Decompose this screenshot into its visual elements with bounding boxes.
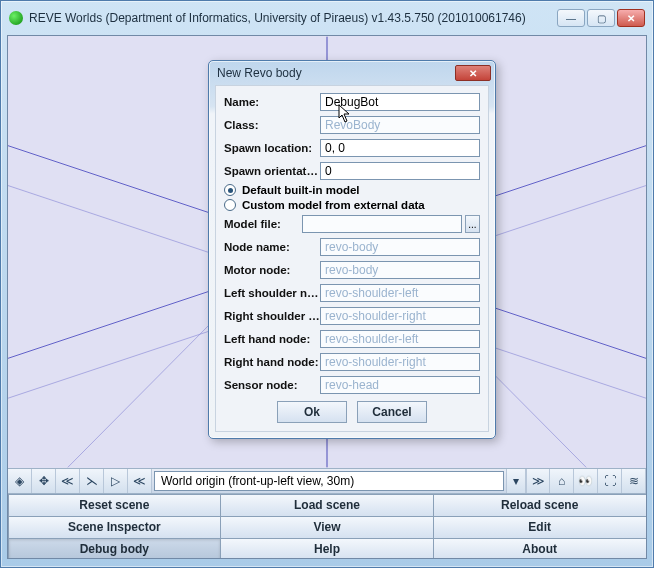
radio-custom-model[interactable]: Custom model from external data (224, 199, 480, 211)
reset-scene-button[interactable]: Reset scene (8, 494, 222, 517)
radio-default-model[interactable]: Default built-in model (224, 184, 480, 196)
left-hand-field (320, 330, 480, 348)
left-shoulder-field (320, 284, 480, 302)
name-field[interactable] (320, 93, 480, 111)
spawn-location-field[interactable] (320, 139, 480, 157)
motor-node-field (320, 261, 480, 279)
back-icon[interactable]: ≪ (56, 469, 80, 493)
radio-default-dot[interactable] (224, 184, 236, 196)
class-field (320, 116, 480, 134)
spawn-orientation-field[interactable] (320, 162, 480, 180)
new-revo-body-dialog: New Revo body ✕ Name: Class: Spawn locat… (208, 60, 496, 439)
app-icon (9, 11, 23, 25)
name-label: Name: (224, 96, 320, 108)
play-icon[interactable]: ▷ (104, 469, 128, 493)
scene-inspector-button[interactable]: Scene Inspector (8, 516, 222, 539)
left-shoulder-label: Left shoulder no... (224, 287, 320, 299)
spawn-location-label: Spawn location: (224, 142, 320, 154)
view-description-input[interactable] (154, 471, 504, 491)
client-area: ◈ ✥ ≪ ⋋ ▷ ≪ ▾ ≫ ⌂ 👀 ⛶ ≋ Reset scene Load… (7, 35, 647, 559)
radio-custom-label: Custom model from external data (242, 199, 425, 211)
prev-icon[interactable]: ≪ (128, 469, 152, 493)
move-icon[interactable]: ✥ (32, 469, 56, 493)
node-name-field (320, 238, 480, 256)
right-shoulder-field (320, 307, 480, 325)
about-button[interactable]: About (433, 538, 647, 560)
sensor-node-field (320, 376, 480, 394)
button-grid: Reset scene Load scene Reload scene Scen… (8, 494, 646, 559)
target-icon[interactable]: ◈ (8, 469, 32, 493)
help-button[interactable]: Help (220, 538, 434, 560)
layers-icon[interactable]: ≋ (622, 469, 646, 493)
view-dropdown-icon[interactable]: ▾ (506, 469, 526, 493)
ok-button[interactable]: Ok (277, 401, 347, 423)
dialog-titlebar[interactable]: New Revo body ✕ (209, 61, 495, 85)
spawn-orientation-label: Spawn orientation: (224, 165, 320, 177)
expand-icon[interactable]: ⛶ (598, 469, 622, 493)
view-button[interactable]: View (220, 516, 434, 539)
minimize-button[interactable]: — (557, 9, 585, 27)
browse-button[interactable]: ... (465, 215, 480, 233)
left-hand-label: Left hand node: (224, 333, 320, 345)
nav-toolbar: ◈ ✥ ≪ ⋋ ▷ ≪ ▾ ≫ ⌂ 👀 ⛶ ≋ (8, 468, 646, 494)
node-name-label: Node name: (224, 241, 320, 253)
edit-button[interactable]: Edit (433, 516, 647, 539)
right-hand-label: Right hand node: (224, 356, 320, 368)
motor-node-label: Motor node: (224, 264, 320, 276)
sensor-node-label: Sensor node: (224, 379, 320, 391)
main-window: REVE Worlds (Department of Informatics, … (0, 0, 654, 568)
radio-custom-dot[interactable] (224, 199, 236, 211)
maximize-button[interactable]: ▢ (587, 9, 615, 27)
right-shoulder-label: Right shoulder n... (224, 310, 320, 322)
close-button[interactable]: ✕ (617, 9, 645, 27)
model-file-label: Model file: (224, 218, 302, 230)
dialog-body: Name: Class: Spawn location: Spawn orien… (215, 85, 489, 432)
model-file-field (302, 215, 462, 233)
right-hand-field (320, 353, 480, 371)
debug-body-button[interactable]: Debug body (8, 538, 222, 560)
binoculars-icon[interactable]: 👀 (574, 469, 598, 493)
dialog-title: New Revo body (217, 66, 455, 80)
load-scene-button[interactable]: Load scene (220, 494, 434, 517)
titlebar[interactable]: REVE Worlds (Department of Informatics, … (7, 7, 647, 29)
walk-icon[interactable]: ⋋ (80, 469, 104, 493)
home-icon[interactable]: ⌂ (550, 469, 574, 493)
window-title: REVE Worlds (Department of Informatics, … (29, 11, 557, 25)
cancel-button[interactable]: Cancel (357, 401, 427, 423)
dialog-close-button[interactable]: ✕ (455, 65, 491, 81)
reload-scene-button[interactable]: Reload scene (433, 494, 647, 517)
next-icon[interactable]: ≫ (526, 469, 550, 493)
class-label: Class: (224, 119, 320, 131)
radio-default-label: Default built-in model (242, 184, 360, 196)
